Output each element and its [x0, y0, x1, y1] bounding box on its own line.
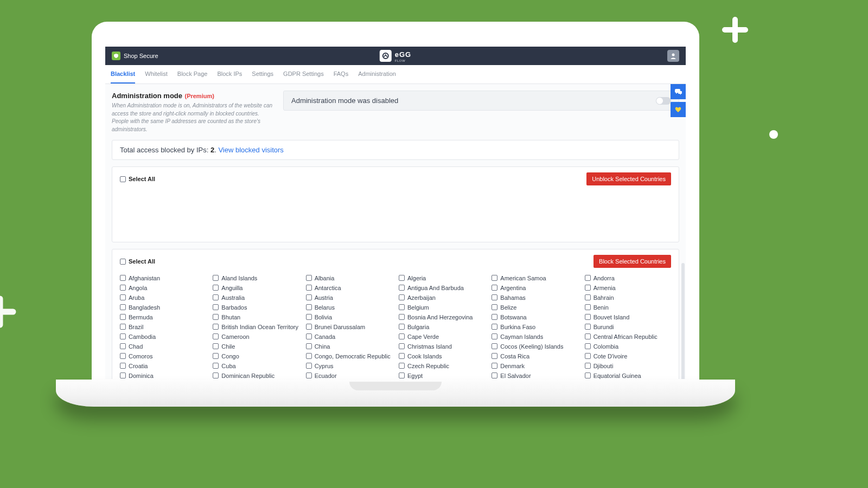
- avatar[interactable]: [667, 50, 679, 62]
- country-item[interactable]: Congo, Democratic Republic: [306, 351, 392, 361]
- country-item[interactable]: Comoros: [120, 351, 206, 361]
- country-item[interactable]: Burundi: [585, 322, 671, 332]
- country-item[interactable]: Bouvet Island: [585, 312, 671, 322]
- country-item[interactable]: Austria: [306, 293, 392, 303]
- country-item[interactable]: Chad: [120, 342, 206, 351]
- checkbox-icon: [492, 314, 497, 320]
- country-item[interactable]: Bahrain: [585, 293, 671, 303]
- country-label: Algeria: [407, 275, 426, 281]
- country-item[interactable]: Cameroon: [213, 332, 299, 342]
- country-item[interactable]: Bulgaria: [399, 322, 485, 332]
- checkbox-icon: [213, 363, 219, 369]
- country-item[interactable]: Djibouti: [585, 361, 671, 371]
- country-item[interactable]: American Samoa: [492, 273, 578, 283]
- country-item[interactable]: Ecuador: [306, 371, 392, 379]
- country-item[interactable]: Australia: [213, 293, 299, 303]
- country-item[interactable]: China: [306, 342, 392, 351]
- checkbox-icon: [213, 314, 219, 320]
- tab-faqs[interactable]: FAQs: [334, 65, 349, 84]
- checkbox-icon: [120, 304, 126, 310]
- unblock-button[interactable]: Unblock Selected Countries: [586, 172, 671, 185]
- country-item[interactable]: Botswana: [492, 312, 578, 322]
- country-item[interactable]: Andorra: [585, 273, 671, 283]
- admin-mode-toggle[interactable]: [656, 97, 671, 105]
- country-item[interactable]: Brazil: [120, 322, 206, 332]
- checkbox-icon: [306, 314, 312, 320]
- checkbox-icon: [399, 314, 405, 320]
- country-item[interactable]: Belarus: [306, 303, 392, 312]
- country-label: Egypt: [407, 373, 423, 379]
- tab-whitelist[interactable]: Whitelist: [145, 65, 168, 84]
- country-item[interactable]: Aland Islands: [213, 273, 299, 283]
- country-item[interactable]: Aruba: [120, 293, 206, 303]
- scrollbar[interactable]: [681, 263, 685, 379]
- country-label: Denmark: [500, 363, 525, 369]
- country-item[interactable]: Equatorial Guinea: [585, 371, 671, 379]
- country-item[interactable]: Antarctica: [306, 283, 392, 293]
- country-item[interactable]: Costa Rica: [492, 351, 578, 361]
- tab-block-page[interactable]: Block Page: [177, 65, 208, 84]
- country-item[interactable]: Egypt: [399, 371, 485, 379]
- country-item[interactable]: Cyprus: [306, 361, 392, 371]
- chat-button[interactable]: [671, 84, 686, 99]
- country-item[interactable]: Croatia: [120, 361, 206, 371]
- country-item[interactable]: Cote D'ivoire: [585, 351, 671, 361]
- country-item[interactable]: Chile: [213, 342, 299, 351]
- checkbox-icon: [120, 314, 126, 320]
- country-item[interactable]: Colombia: [585, 342, 671, 351]
- country-item[interactable]: Belgium: [399, 303, 485, 312]
- country-item[interactable]: Angola: [120, 283, 206, 293]
- checkbox-icon: [585, 285, 591, 291]
- country-item[interactable]: Belize: [492, 303, 578, 312]
- country-item[interactable]: Anguilla: [213, 283, 299, 293]
- country-item[interactable]: Algeria: [399, 273, 485, 283]
- country-item[interactable]: Armenia: [585, 283, 671, 293]
- country-item[interactable]: Denmark: [492, 361, 578, 371]
- view-blocked-link[interactable]: View blocked visitors: [218, 146, 283, 154]
- country-item[interactable]: Congo: [213, 351, 299, 361]
- country-item[interactable]: Bahamas: [492, 293, 578, 303]
- country-item[interactable]: Cook Islands: [399, 351, 485, 361]
- country-item[interactable]: Afghanistan: [120, 273, 206, 283]
- country-item[interactable]: Cambodia: [120, 332, 206, 342]
- country-item[interactable]: British Indian Ocean Territory: [213, 322, 299, 332]
- country-item[interactable]: Cape Verde: [399, 332, 485, 342]
- country-item[interactable]: Antigua And Barbuda: [399, 283, 485, 293]
- country-item[interactable]: Bolivia: [306, 312, 392, 322]
- tab-gdpr-settings[interactable]: GDPR Settings: [283, 65, 324, 84]
- country-item[interactable]: Benin: [585, 303, 671, 312]
- tab-settings[interactable]: Settings: [252, 65, 273, 84]
- country-item[interactable]: Central African Republic: [585, 332, 671, 342]
- country-item[interactable]: Albania: [306, 273, 392, 283]
- checkbox-icon: [120, 324, 126, 330]
- tab-administration[interactable]: Administration: [358, 65, 396, 84]
- country-item[interactable]: Brunei Darussalam: [306, 322, 392, 332]
- block-button[interactable]: Block Selected Countries: [593, 255, 671, 268]
- country-item[interactable]: Bosnia And Herzegovina: [399, 312, 485, 322]
- checkbox-icon: [399, 294, 405, 300]
- country-item[interactable]: Azerbaijan: [399, 293, 485, 303]
- tab-blacklist[interactable]: Blacklist: [111, 65, 135, 84]
- country-item[interactable]: Cocos (Keeling) Islands: [492, 342, 578, 351]
- checkbox-icon: [585, 324, 591, 330]
- country-item[interactable]: Cuba: [213, 361, 299, 371]
- country-item[interactable]: Cayman Islands: [492, 332, 578, 342]
- country-item[interactable]: Canada: [306, 332, 392, 342]
- checkbox-icon: [120, 373, 126, 378]
- select-all-countries[interactable]: Select All: [120, 258, 155, 265]
- favorite-button[interactable]: [671, 102, 686, 117]
- country-item[interactable]: Bhutan: [213, 312, 299, 322]
- select-all-blocked[interactable]: Select All: [120, 176, 155, 182]
- country-item[interactable]: Dominica: [120, 371, 206, 379]
- country-item[interactable]: Bangladesh: [120, 303, 206, 312]
- country-item[interactable]: Burkina Faso: [492, 322, 578, 332]
- country-label: Colombia: [593, 343, 618, 350]
- country-item[interactable]: Argentina: [492, 283, 578, 293]
- country-item[interactable]: Czech Republic: [399, 361, 485, 371]
- country-item[interactable]: El Salvador: [492, 371, 578, 379]
- tab-block-ips[interactable]: Block IPs: [217, 65, 242, 84]
- country-item[interactable]: Bermuda: [120, 312, 206, 322]
- country-item[interactable]: Barbados: [213, 303, 299, 312]
- country-item[interactable]: Christmas Island: [399, 342, 485, 351]
- country-item[interactable]: Dominican Republic: [213, 371, 299, 379]
